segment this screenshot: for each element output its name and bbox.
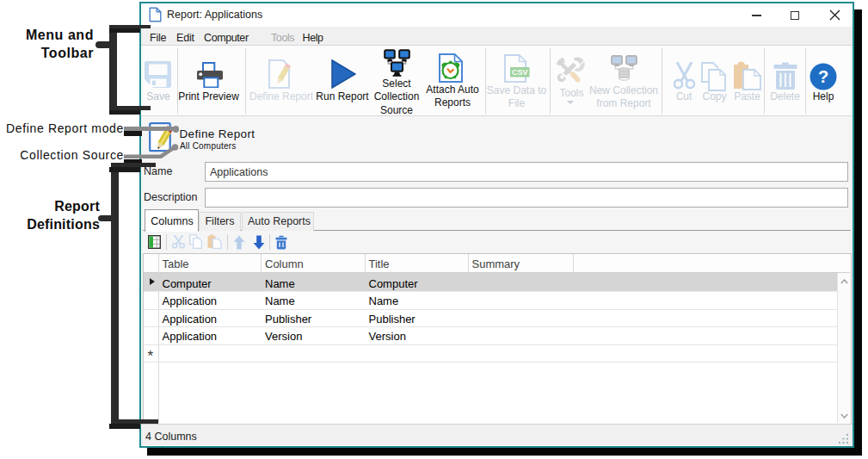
svg-text:CSV: CSV [512,68,528,77]
svg-text:?: ? [818,67,828,86]
